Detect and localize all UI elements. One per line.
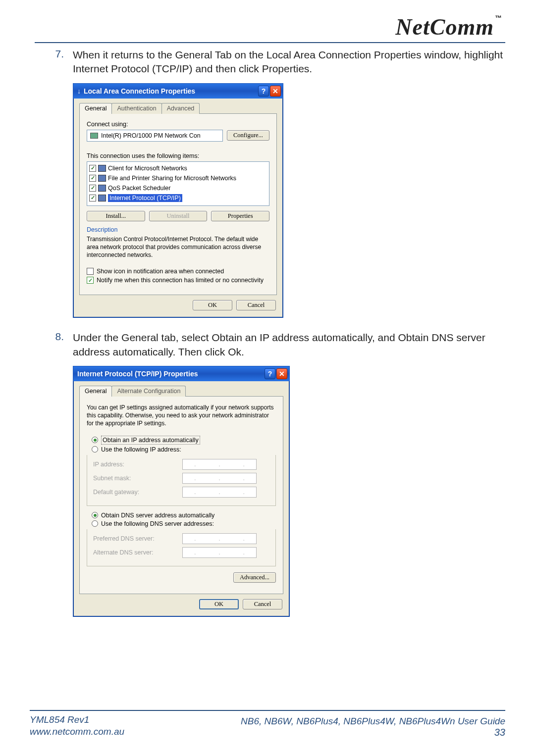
use-dns-label: Use the following DNS server addresses: (101, 520, 214, 527)
gateway-field: ... (182, 487, 257, 498)
obtain-ip-label: Obtain an IP address automatically (101, 436, 200, 445)
nic-icon (90, 133, 98, 139)
obtain-dns-radio[interactable] (92, 512, 98, 518)
alt-dns-label: Alternate DNS server: (93, 549, 182, 556)
ip-address-field: ... (182, 459, 257, 470)
ip-fields-panel: IP address:... Subnet mask:... Default g… (87, 455, 276, 506)
uses-label: This connection uses the following items… (87, 152, 269, 159)
dialog1-wrap: ↓ Local Area Connection Properties ? ✕ G… (73, 83, 505, 318)
dialog-title: Internet Protocol (TCP/IP) Properties (77, 370, 198, 378)
step-8: 8. Under the General tab, select Obtain … (47, 331, 505, 359)
tcpip-properties-dialog: Internet Protocol (TCP/IP) Properties ? … (73, 366, 290, 617)
footer-url: www.netcomm.com.au (30, 726, 124, 738)
adapter-field: Intel(R) PRO/1000 PM Network Con (87, 130, 223, 142)
brand-logo: NetComm™ (395, 14, 502, 40)
use-ip-label: Use the following IP address: (101, 446, 181, 453)
subnet-label: Subnet mask: (93, 475, 182, 482)
step-text: Under the General tab, select Obtain an … (73, 331, 505, 359)
description-label: Description (87, 226, 269, 233)
obtain-ip-radio[interactable] (92, 437, 98, 443)
item-label-selected: Internet Protocol (TCP/IP) (108, 194, 182, 202)
step-text: When it returns to the General Tab on th… (73, 48, 505, 76)
help-button[interactable]: ? (258, 86, 269, 97)
notify-label: Notify me when this connection has limit… (97, 277, 264, 284)
footer-divider (30, 710, 505, 711)
service-icon (98, 185, 106, 192)
use-ip-radio[interactable] (92, 446, 98, 453)
item-label: Client for Microsoft Networks (108, 165, 187, 172)
tab-authentication[interactable]: Authentication (111, 103, 161, 114)
ok-button[interactable]: OK (199, 599, 239, 609)
uninstall-button: Uninstall (149, 211, 208, 221)
close-button[interactable]: ✕ (276, 368, 287, 379)
tab-row: General Alternate Configuration (73, 381, 289, 396)
checkbox-icon[interactable] (89, 195, 96, 202)
notify-checkbox[interactable] (87, 277, 94, 284)
footer-right: NB6, NB6W, NB6Plus4, NB6Plus4W, NB6Plus4… (241, 716, 505, 738)
intro-text: You can get IP settings assigned automat… (87, 403, 276, 428)
help-button[interactable]: ? (265, 368, 275, 379)
list-item[interactable]: File and Printer Sharing for Microsoft N… (89, 173, 267, 183)
general-panel: Connect using: Intel(R) PRO/1000 PM Netw… (79, 113, 277, 296)
checkbox-icon[interactable] (89, 185, 96, 192)
footer-left: YML854 Rev1 www.netcomm.com.au (30, 714, 124, 738)
adapter-name: Intel(R) PRO/1000 PM Network Con (101, 132, 201, 139)
step-number: 8. (47, 331, 64, 359)
titlebar[interactable]: Internet Protocol (TCP/IP) Properties ? … (73, 366, 289, 381)
local-area-connection-dialog: ↓ Local Area Connection Properties ? ✕ G… (73, 83, 283, 318)
page-number: 33 (241, 727, 505, 738)
checkbox-icon[interactable] (89, 165, 96, 172)
tab-general[interactable]: General (79, 386, 112, 397)
install-button[interactable]: Install... (87, 211, 145, 221)
header-logo-row: NetComm™ (47, 14, 505, 40)
tab-general[interactable]: General (79, 103, 112, 114)
header-divider (35, 42, 505, 43)
footer-guide: NB6, NB6W, NB6Plus4, NB6Plus4W, NB6Plus4… (241, 716, 505, 727)
checkbox-icon[interactable] (89, 175, 96, 182)
item-label: QoS Packet Scheduler (108, 185, 170, 192)
tab-alternate[interactable]: Alternate Configuration (111, 386, 186, 397)
pref-dns-field: ... (182, 533, 257, 544)
ip-address-label: IP address: (93, 461, 182, 468)
general-panel: You can get IP settings assigned automat… (79, 396, 283, 594)
network-icon: ↓ (77, 87, 81, 95)
cancel-button[interactable]: Cancel (243, 599, 282, 609)
use-dns-radio[interactable] (92, 520, 98, 527)
pref-dns-label: Preferred DNS server: (93, 535, 182, 542)
show-icon-label: Show icon in notification area when conn… (97, 268, 224, 275)
list-item[interactable]: Internet Protocol (TCP/IP) (89, 193, 267, 203)
cancel-button[interactable]: Cancel (236, 300, 276, 310)
step-number: 7. (47, 48, 64, 76)
list-item[interactable]: Client for Microsoft Networks (89, 163, 267, 173)
description-text: Transmission Control Protocol/Internet P… (87, 235, 269, 259)
dialog2-wrap: Internet Protocol (TCP/IP) Properties ? … (73, 366, 505, 617)
trademark: ™ (495, 14, 502, 22)
protocol-icon (98, 195, 106, 202)
tab-advanced[interactable]: Advanced (161, 103, 200, 114)
dialog-title: Local Area Connection Properties (84, 87, 195, 95)
tab-row: General Authentication Advanced (73, 99, 283, 113)
advanced-button[interactable]: Advanced... (233, 572, 276, 583)
obtain-dns-label: Obtain DNS server address automatically (101, 512, 214, 519)
subnet-field: ... (182, 473, 257, 484)
brand-text: NetComm (395, 14, 494, 40)
list-item[interactable]: QoS Packet Scheduler (89, 183, 267, 193)
page-footer: YML854 Rev1 www.netcomm.com.au NB6, NB6W… (30, 710, 505, 738)
connection-items-list[interactable]: Client for Microsoft Networks File and P… (87, 161, 269, 206)
close-button[interactable]: ✕ (270, 86, 281, 97)
step-7: 7. When it returns to the General Tab on… (47, 48, 505, 76)
item-label: File and Printer Sharing for Microsoft N… (108, 175, 236, 182)
service-icon (98, 175, 106, 182)
properties-button[interactable]: Properties (211, 211, 269, 221)
client-icon (98, 165, 106, 172)
connect-using-label: Connect using: (87, 121, 269, 128)
configure-button[interactable]: Configure... (227, 130, 269, 141)
show-icon-checkbox[interactable] (87, 268, 94, 275)
gateway-label: Default gateway: (93, 489, 182, 496)
titlebar[interactable]: ↓ Local Area Connection Properties ? ✕ (73, 84, 283, 99)
footer-rev: YML854 Rev1 (30, 714, 124, 726)
ok-button[interactable]: OK (193, 300, 232, 310)
dns-fields-panel: Preferred DNS server:... Alternate DNS s… (87, 529, 276, 566)
alt-dns-field: ... (182, 547, 257, 558)
